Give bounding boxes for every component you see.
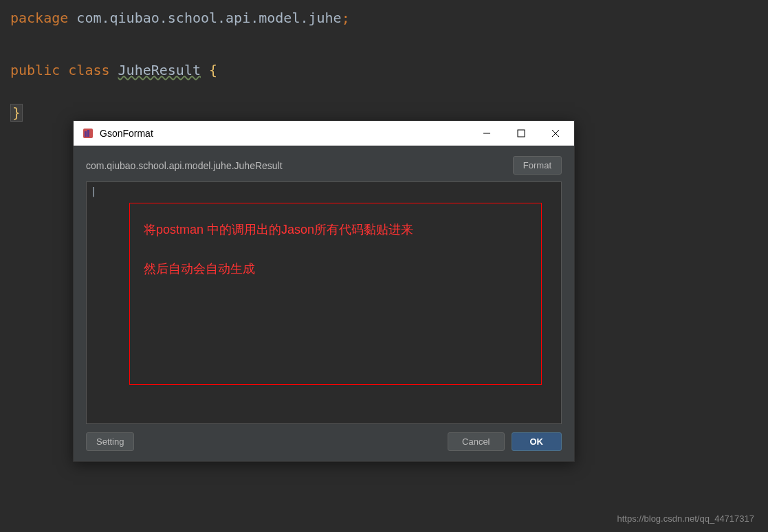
dialog-title: GsonFormat — [100, 128, 153, 139]
keyword-class: class — [68, 62, 109, 78]
annotation-line-1: 将postman 中的调用出的Jason所有代码黏贴进来 — [144, 221, 527, 239]
dialog-body: com.qiubao.school.api.model.juhe.JuheRes… — [74, 146, 574, 461]
package-path: com.qiubao.school.api.model.juhe — [76, 10, 341, 26]
window-controls — [476, 123, 566, 144]
minimize-button[interactable] — [476, 123, 497, 144]
gson-format-dialog: GsonFormat com.qiubao.school.api.model.j… — [73, 120, 575, 462]
svg-rect-2 — [87, 130, 89, 137]
code-editor[interactable]: package com.qiubao.school.api.model.juhe… — [0, 0, 768, 135]
ok-button[interactable]: OK — [512, 432, 562, 451]
dialog-titlebar[interactable]: GsonFormat — [74, 121, 574, 146]
semicolon: ; — [342, 10, 350, 26]
format-button[interactable]: Format — [513, 156, 562, 175]
setting-button[interactable]: Setting — [86, 432, 134, 451]
close-brace: } — [10, 104, 23, 122]
open-brace: { — [209, 62, 217, 78]
class-path-label: com.qiubao.school.api.model.juhe.JuheRes… — [86, 160, 283, 171]
titlebar-left: GsonFormat — [82, 127, 153, 140]
dialog-footer: Setting Cancel OK — [86, 432, 562, 451]
class-name: JuheResult — [118, 62, 201, 78]
footer-right-buttons: Cancel OK — [448, 432, 562, 451]
text-cursor: | — [91, 186, 96, 197]
svg-rect-4 — [518, 130, 525, 137]
app-icon — [82, 127, 94, 140]
class-path-row: com.qiubao.school.api.model.juhe.JuheRes… — [86, 156, 562, 175]
close-button[interactable] — [545, 123, 566, 144]
keyword-public: public — [10, 62, 60, 78]
class-declaration-line: public class JuheResult { — [10, 59, 758, 81]
maximize-button[interactable] — [511, 123, 531, 144]
annotation-overlay: 将postman 中的调用出的Jason所有代码黏贴进来 然后自动会自动生成 — [129, 203, 542, 385]
empty-line — [10, 33, 758, 55]
keyword-package: package — [10, 10, 68, 26]
watermark-text: https://blog.csdn.net/qq_44717317 — [617, 513, 755, 524]
svg-rect-1 — [85, 131, 87, 137]
package-line: package com.qiubao.school.api.model.juhe… — [10, 7, 758, 29]
annotation-line-2: 然后自动会自动生成 — [144, 260, 527, 278]
json-input-textarea[interactable]: | 将postman 中的调用出的Jason所有代码黏贴进来 然后自动会自动生成 — [86, 181, 562, 424]
cancel-button[interactable]: Cancel — [448, 432, 504, 451]
